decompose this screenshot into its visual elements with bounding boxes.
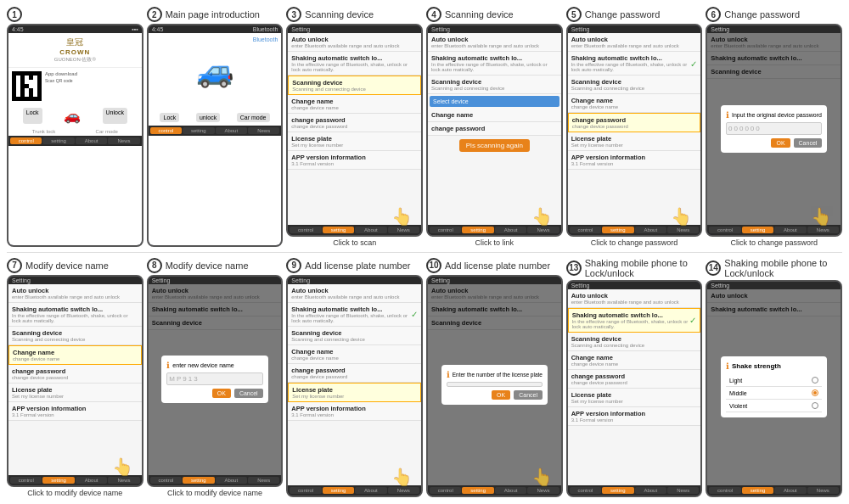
step-7-content: Auto unlock enter Bluetooth available ra…	[8, 284, 142, 476]
step-3-nav-news[interactable]: News	[388, 227, 419, 233]
step-2-nav-news[interactable]: News	[248, 127, 279, 134]
step-1-status-bar: 4:45 ▪▪▪	[8, 25, 142, 33]
step-8-nav-setting[interactable]: setting	[183, 477, 214, 484]
step-7-nav-control[interactable]: control	[10, 477, 42, 484]
nav-about[interactable]: About	[76, 137, 107, 144]
step-8-nav-about[interactable]: About	[216, 477, 247, 484]
step-7-cell: 7 Modify device name Setting Auto unlock…	[7, 258, 143, 498]
step-7-number: 7	[7, 258, 22, 273]
info-icon-14: ℹ	[726, 361, 729, 371]
step-6-nav-control[interactable]: control	[709, 227, 740, 233]
step-8-nav: control setting About News	[149, 475, 282, 485]
shake-middle-radio[interactable]	[812, 389, 818, 396]
step-2-car: 🚙	[196, 53, 234, 89]
step-1-number: 1	[7, 7, 22, 22]
step-8-cancel-btn[interactable]: Cancel	[234, 389, 263, 398]
menu-scanning-3[interactable]: Scanning device Scanning and connecting …	[288, 76, 421, 95]
step-7-nav-about[interactable]: About	[76, 477, 107, 484]
step-13-nav-about[interactable]: About	[635, 487, 666, 494]
step-8-nav-news[interactable]: News	[248, 477, 279, 484]
nav-control[interactable]: control	[10, 137, 42, 144]
step-8-name-input[interactable]: MP913	[166, 372, 262, 385]
step-8-nav-control[interactable]: control	[150, 477, 182, 484]
qr-area: App download Scan QR code	[8, 68, 142, 104]
step-9-nav-news[interactable]: News	[388, 487, 419, 494]
step-9-title: Add license plate number	[305, 260, 410, 271]
lock-btn[interactable]: Lock	[23, 108, 42, 124]
step-13-nav: control setting About News	[568, 485, 701, 496]
step-10-license-input[interactable]	[447, 382, 543, 387]
step-6-pw-input[interactable]: 000000	[726, 122, 822, 135]
step-4-screen: Setting Auto unlock enter Bluetooth avai…	[426, 24, 563, 237]
step-9-nav-about[interactable]: About	[355, 487, 386, 494]
scan-again-btn[interactable]: Pls scanning again	[459, 139, 530, 152]
step-5-status-bar: Setting	[568, 25, 701, 33]
shake-light-radio[interactable]	[812, 377, 818, 384]
step-6-caption: Click to change password	[706, 238, 842, 247]
step-3-nav-setting[interactable]: setting	[323, 227, 354, 233]
step-4-nav-about[interactable]: About	[495, 227, 526, 233]
step-2-nav-about[interactable]: About	[216, 127, 247, 134]
step-10-title: Add license plate number	[445, 260, 550, 271]
step-6-nav-news[interactable]: News	[807, 227, 839, 233]
step-8-ok-btn[interactable]: OK	[212, 389, 231, 398]
step-3-nav-control[interactable]: control	[290, 227, 321, 233]
menu-shaking-13[interactable]: Shaking automatic switch lo... In the ef…	[568, 308, 701, 333]
step-13-title: Shaking mobile phone to Lock/unlock	[585, 258, 703, 278]
menu-scanning-5: Scanning device Scanning and connecting …	[568, 76, 701, 94]
step-6-nav-about[interactable]: About	[774, 227, 806, 233]
step-6-cancel-btn[interactable]: Cancel	[794, 138, 823, 148]
step-2-unlock[interactable]: unlock	[196, 113, 220, 122]
menu-shaking-9: Shaking automatic switch lo... In the ef…	[288, 303, 421, 327]
step-14-screen: Setting Auto unlock Shaking automatic sw…	[706, 280, 842, 498]
nav-setting[interactable]: setting	[42, 137, 74, 144]
step-9-nav-control[interactable]: control	[290, 487, 321, 494]
step-3-caption: Click to scan	[286, 238, 423, 247]
step-10-cancel-btn[interactable]: Cancel	[514, 390, 543, 400]
step-14-nav-news[interactable]: News	[807, 487, 839, 494]
menu-change-name-4: Change name	[428, 109, 561, 122]
shake-light[interactable]: Light	[726, 374, 822, 387]
step-6-dialog-overlay: ℹ Input the original device password 000…	[707, 33, 841, 225]
step-14-nav-control[interactable]: control	[709, 487, 740, 494]
step-7-nav-setting[interactable]: setting	[42, 477, 74, 484]
menu-change-name-7[interactable]: Change name change device name	[8, 345, 142, 365]
step-5-nav-setting[interactable]: setting	[602, 227, 633, 233]
step-3-nav-about[interactable]: About	[355, 227, 386, 233]
step-14-nav-setting[interactable]: setting	[742, 487, 773, 494]
step-10-nav-news[interactable]: News	[527, 487, 559, 494]
step-10-nav-setting[interactable]: setting	[462, 487, 493, 494]
step-7-nav-news[interactable]: News	[108, 477, 139, 484]
step-4-nav-control[interactable]: control	[430, 227, 461, 233]
step-2-lock[interactable]: Lock	[160, 113, 179, 122]
step-5-nav-about[interactable]: About	[635, 227, 666, 233]
menu-change-pw-5[interactable]: change password change device password	[568, 113, 701, 132]
step-2-carmode[interactable]: Car mode	[237, 113, 270, 122]
step-10-nav-control[interactable]: control	[430, 487, 461, 494]
step-14-nav-about[interactable]: About	[774, 487, 806, 494]
shake-violent[interactable]: Violent	[726, 400, 822, 412]
step-6-ok-btn[interactable]: OK	[771, 138, 790, 148]
step-13-status-bar: Setting	[568, 282, 701, 289]
unlock-btn[interactable]: Unlock	[103, 108, 127, 124]
step-13-nav-control[interactable]: control	[570, 487, 601, 494]
shake-violent-radio[interactable]	[812, 402, 818, 409]
step-4-nav-setting[interactable]: setting	[462, 227, 493, 233]
menu-scanning-7: Scanning device Scanning and connecting …	[8, 327, 142, 345]
step-13-nav-news[interactable]: News	[667, 487, 699, 494]
step-2-nav-control[interactable]: control	[150, 127, 182, 134]
step-10-nav-about[interactable]: About	[495, 487, 526, 494]
step-6-nav-setting[interactable]: setting	[742, 227, 773, 233]
step-2-nav-setting[interactable]: setting	[183, 127, 214, 134]
step-13-nav-setting[interactable]: setting	[602, 487, 633, 494]
step-4-nav-news[interactable]: News	[527, 227, 559, 233]
step-14-header: 14 Shaking mobile phone to Lock/unlock	[706, 258, 842, 278]
menu-license-9[interactable]: License plate Set my license number	[288, 383, 421, 402]
step-5-nav-control[interactable]: control	[570, 227, 601, 233]
step-10-ok-btn[interactable]: OK	[492, 390, 510, 400]
step-7-status-bar: Setting	[8, 277, 142, 284]
step-5-nav-news[interactable]: News	[667, 227, 699, 233]
shake-middle[interactable]: Middle	[726, 387, 822, 400]
step-9-nav-setting[interactable]: setting	[323, 487, 354, 494]
nav-news[interactable]: News	[108, 137, 139, 144]
